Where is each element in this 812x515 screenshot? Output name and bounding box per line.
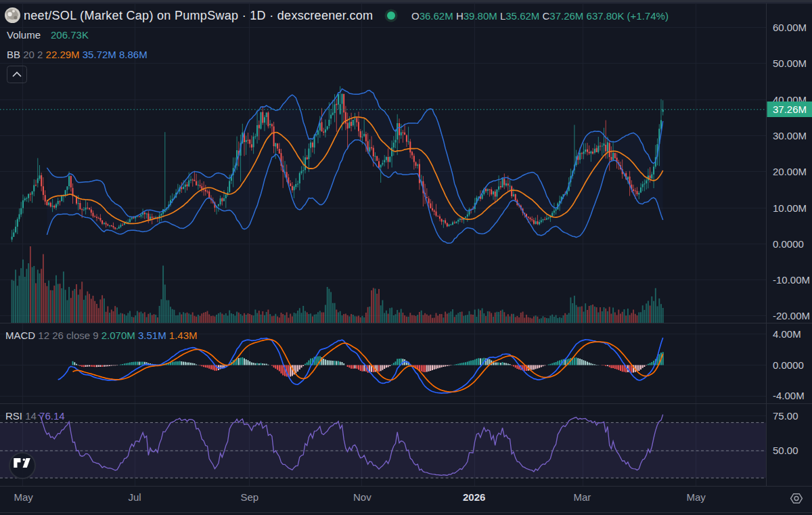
svg-text:20.00M: 20.00M [773,166,807,177]
svg-text:-20.00M: -20.00M [773,310,810,321]
svg-text:37.26M: 37.26M [773,104,807,115]
svg-text:75.00: 75.00 [773,410,798,422]
svg-text:Jul: Jul [129,491,141,503]
svg-text:4.00M: 4.00M [773,328,801,340]
svg-text:BB 20 2 22.29M 35.72M 8.86M: BB 20 2 22.29M 35.72M 8.86M [7,49,148,60]
svg-text:neet/SOL (Market Cap) on PumpS: neet/SOL (Market Cap) on PumpSwap · 1D ·… [24,9,373,22]
svg-text:0.0000: 0.0000 [773,238,804,250]
svg-text:206.73K: 206.73K [51,29,89,41]
svg-text:50.00: 50.00 [773,445,798,456]
svg-text:May: May [14,491,34,503]
svg-text:50.00M: 50.00M [773,58,807,69]
svg-text:MACD 12 26 close 9 2.070M 3.51: MACD 12 26 close 9 2.070M 3.51M 1.43M [5,330,198,341]
svg-text:Mar: Mar [574,491,591,503]
svg-text:10.00M: 10.00M [773,202,807,214]
svg-text:60.00M: 60.00M [773,22,807,33]
svg-text:O36.62M H39.80M L35.62M C37.26: O36.62M H39.80M L35.62M C37.26M 637.80K … [411,10,669,22]
svg-text:Sep: Sep [241,491,259,503]
svg-text:May: May [687,491,706,503]
svg-text:30.00M: 30.00M [773,130,807,141]
svg-text:Volume: Volume [7,29,41,41]
svg-text:0.0000: 0.0000 [773,359,804,371]
svg-text:-10.00M: -10.00M [773,274,810,286]
svg-text:2026: 2026 [463,491,485,503]
svg-text:RSI 14 76.14: RSI 14 76.14 [5,410,65,422]
svg-text:-4.00M: -4.00M [773,390,805,401]
svg-text:Nov: Nov [353,491,371,503]
